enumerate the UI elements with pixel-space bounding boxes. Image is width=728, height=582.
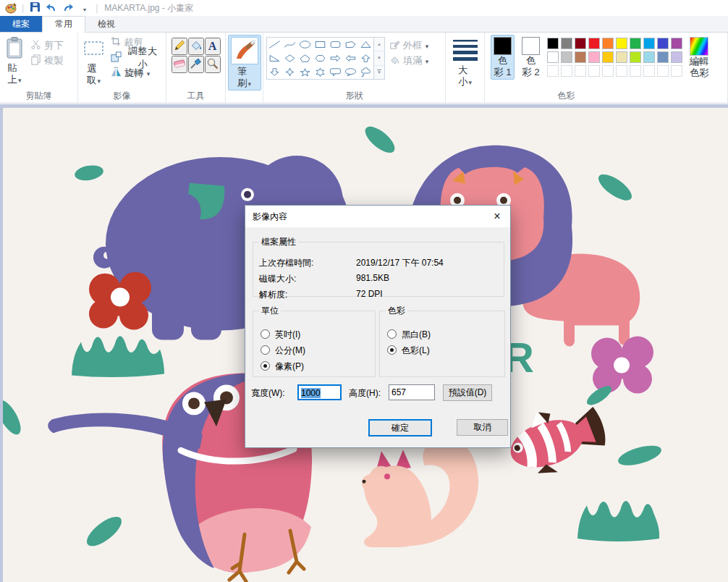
radio-icon (261, 329, 270, 339)
resize-button[interactable]: 調整大小 (109, 50, 163, 65)
eraser-tool-button[interactable] (172, 56, 187, 73)
quick-access-customize-button[interactable] (77, 1, 92, 14)
shape-down-arrow[interactable] (267, 65, 282, 79)
shape-polygon[interactable] (343, 38, 358, 51)
clipboard-icon (6, 37, 23, 61)
rotate-button[interactable]: 旋轉 (109, 65, 163, 80)
palette-swatch[interactable] (630, 51, 641, 63)
tab-view[interactable]: 檢視 (85, 16, 127, 32)
shape-pentagon[interactable] (297, 51, 313, 65)
save-icon (30, 1, 41, 14)
shape-rounded-callout[interactable] (328, 65, 343, 79)
palette-swatch[interactable] (547, 51, 559, 63)
palette-swatch[interactable] (643, 51, 655, 63)
palette-swatch[interactable] (547, 38, 559, 49)
tab-file[interactable]: 檔案 (0, 16, 42, 32)
default-button[interactable]: 預設值(D) (443, 384, 492, 401)
palette-empty-slot[interactable] (588, 65, 600, 77)
shape-triangle[interactable] (358, 38, 373, 51)
radio-pixels[interactable]: 像素(P) (261, 360, 304, 373)
radio-centimeters[interactable]: 公分(M) (261, 345, 305, 357)
palette-swatch[interactable] (616, 51, 627, 63)
shape-fill-button[interactable]: 填滿 (387, 53, 431, 68)
radio-black-white[interactable]: 黑白(B) (387, 329, 431, 341)
cut-button[interactable]: 剪下 (28, 38, 66, 53)
color-palette (547, 35, 682, 77)
palette-empty-slot[interactable] (657, 65, 669, 77)
edit-colors-button[interactable]: 編輯 色彩 (687, 35, 712, 80)
shape-curve[interactable] (282, 38, 297, 51)
shape-hexagon[interactable] (313, 51, 328, 65)
color1-swatch (494, 37, 512, 55)
palette-swatch[interactable] (575, 38, 586, 49)
brushes-button[interactable]: 筆 刷 (228, 35, 261, 90)
palette-empty-slot[interactable] (575, 65, 586, 77)
close-icon: × (494, 210, 500, 223)
shape-four-point-star[interactable] (282, 65, 297, 79)
text-tool-button[interactable]: A (205, 38, 221, 55)
shape-oval[interactable] (297, 38, 313, 51)
tab-home[interactable]: 常用 (42, 16, 85, 33)
shape-diamond[interactable] (282, 51, 297, 65)
shape-rectangle[interactable] (313, 38, 328, 51)
palette-empty-slot[interactable] (602, 65, 614, 77)
palette-swatch[interactable] (588, 51, 600, 63)
palette-swatch[interactable] (657, 38, 669, 49)
shape-outline-button[interactable]: 外框 (387, 38, 431, 53)
dialog-close-button[interactable]: × (484, 206, 510, 227)
palette-swatch[interactable] (671, 38, 682, 49)
dialog-title-bar[interactable]: 影像內容 × (245, 206, 510, 227)
color-picker-tool-button[interactable] (188, 56, 204, 73)
palette-swatch[interactable] (561, 51, 572, 63)
shape-right-triangle[interactable] (267, 51, 282, 65)
radio-inches[interactable]: 英吋(I) (261, 329, 300, 341)
palette-empty-slot[interactable] (643, 65, 655, 77)
undo-button[interactable] (44, 1, 59, 14)
palette-swatch[interactable] (561, 38, 572, 49)
shape-rounded-rectangle[interactable] (328, 38, 343, 51)
palette-swatch[interactable] (643, 38, 655, 49)
shape-cloud-callout[interactable] (358, 65, 373, 79)
paste-button[interactable]: 貼 上 (3, 35, 26, 87)
palette-swatch[interactable] (671, 51, 682, 63)
palette-swatch[interactable] (602, 38, 614, 49)
palette-swatch[interactable] (616, 38, 627, 49)
crop-icon (111, 36, 121, 48)
palette-swatch[interactable] (630, 38, 641, 49)
radio-black-white-label: 黑白(B) (402, 329, 431, 340)
gallery-expand-button[interactable] (374, 66, 384, 79)
shape-six-point-star[interactable] (313, 65, 328, 79)
shape-oval-callout[interactable] (343, 65, 358, 79)
width-input[interactable]: 1000 (297, 384, 342, 400)
color1-button[interactable]: 色 彩 1 (491, 35, 515, 80)
shape-up-arrow[interactable] (358, 51, 373, 65)
palette-swatch[interactable] (657, 51, 669, 63)
shape-line[interactable] (267, 38, 282, 51)
palette-swatch[interactable] (602, 51, 614, 63)
palette-empty-slot[interactable] (547, 65, 559, 77)
palette-swatch[interactable] (575, 51, 586, 63)
height-input[interactable]: 657 (389, 384, 435, 400)
cancel-button[interactable]: 取消 (457, 419, 508, 436)
ok-button[interactable]: 確定 (368, 419, 432, 436)
save-button[interactable] (27, 1, 42, 14)
copy-button[interactable]: 複製 (28, 53, 66, 68)
palette-empty-slot[interactable] (561, 65, 572, 77)
palette-swatch[interactable] (588, 38, 600, 49)
magnifier-tool-button[interactable] (205, 56, 221, 73)
shape-left-arrow[interactable] (343, 51, 358, 65)
size-button[interactable]: 大 小 (450, 35, 481, 89)
color2-button[interactable]: 色 彩 2 (519, 35, 543, 80)
fill-tool-button[interactable] (188, 38, 204, 55)
shape-right-arrow[interactable] (328, 51, 343, 65)
shape-five-point-star[interactable] (297, 65, 313, 79)
scroll-up-button[interactable] (374, 38, 384, 51)
radio-color[interactable]: 色彩(L) (387, 345, 430, 357)
palette-empty-slot[interactable] (616, 65, 627, 77)
palette-empty-slot[interactable] (630, 65, 641, 77)
scroll-down-button[interactable] (374, 51, 384, 65)
pencil-tool-button[interactable] (172, 38, 187, 55)
redo-button[interactable] (61, 1, 75, 14)
palette-empty-slot[interactable] (671, 65, 682, 77)
select-button[interactable]: 選 取 (81, 35, 106, 88)
